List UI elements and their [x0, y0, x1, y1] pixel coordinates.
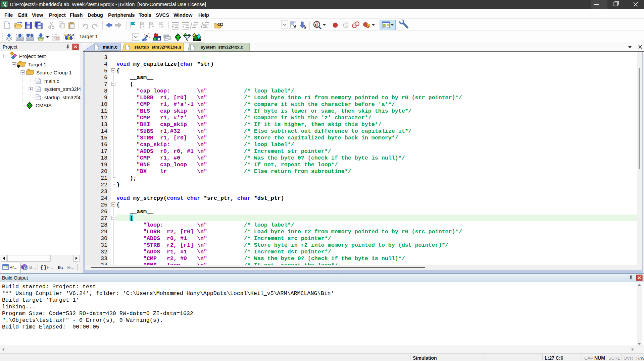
svg-text:0: 0 [58, 265, 61, 271]
svg-text:?: ? [24, 267, 27, 270]
svg-text:{}: {} [40, 265, 47, 271]
svg-text:5: 5 [5, 4, 7, 7]
svg-text:✱: ✱ [17, 64, 20, 69]
svg-text:LOAD: LOAD [64, 33, 74, 37]
svg-text:d: d [315, 22, 318, 27]
